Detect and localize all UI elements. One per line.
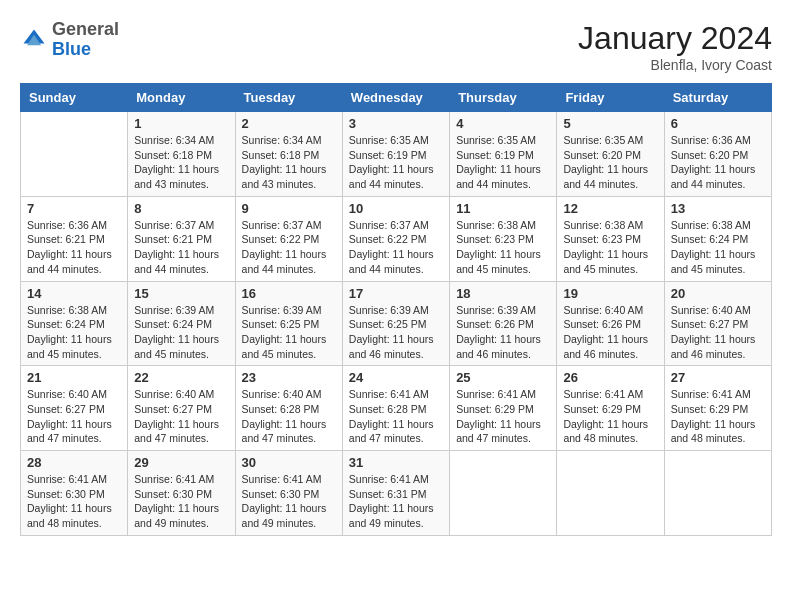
calendar-week-row: 28Sunrise: 6:41 AMSunset: 6:30 PMDayligh…: [21, 451, 772, 536]
day-number: 16: [242, 286, 336, 301]
day-info: Sunrise: 6:38 AMSunset: 6:24 PMDaylight:…: [671, 218, 765, 277]
calendar-cell: 17Sunrise: 6:39 AMSunset: 6:25 PMDayligh…: [342, 281, 449, 366]
day-info: Sunrise: 6:41 AMSunset: 6:30 PMDaylight:…: [134, 472, 228, 531]
day-info: Sunrise: 6:38 AMSunset: 6:23 PMDaylight:…: [563, 218, 657, 277]
calendar-cell: 21Sunrise: 6:40 AMSunset: 6:27 PMDayligh…: [21, 366, 128, 451]
column-header-wednesday: Wednesday: [342, 84, 449, 112]
day-info: Sunrise: 6:40 AMSunset: 6:26 PMDaylight:…: [563, 303, 657, 362]
day-number: 18: [456, 286, 550, 301]
calendar-cell: 16Sunrise: 6:39 AMSunset: 6:25 PMDayligh…: [235, 281, 342, 366]
calendar-cell: 28Sunrise: 6:41 AMSunset: 6:30 PMDayligh…: [21, 451, 128, 536]
calendar-cell: 7Sunrise: 6:36 AMSunset: 6:21 PMDaylight…: [21, 196, 128, 281]
day-info: Sunrise: 6:35 AMSunset: 6:19 PMDaylight:…: [349, 133, 443, 192]
day-number: 11: [456, 201, 550, 216]
day-number: 24: [349, 370, 443, 385]
calendar-cell: 3Sunrise: 6:35 AMSunset: 6:19 PMDaylight…: [342, 112, 449, 197]
column-header-monday: Monday: [128, 84, 235, 112]
day-info: Sunrise: 6:36 AMSunset: 6:20 PMDaylight:…: [671, 133, 765, 192]
calendar-cell: 20Sunrise: 6:40 AMSunset: 6:27 PMDayligh…: [664, 281, 771, 366]
day-number: 6: [671, 116, 765, 131]
logo-general-text: General: [52, 19, 119, 39]
day-number: 12: [563, 201, 657, 216]
calendar-cell: 23Sunrise: 6:40 AMSunset: 6:28 PMDayligh…: [235, 366, 342, 451]
calendar-cell: 30Sunrise: 6:41 AMSunset: 6:30 PMDayligh…: [235, 451, 342, 536]
day-number: 2: [242, 116, 336, 131]
day-info: Sunrise: 6:38 AMSunset: 6:24 PMDaylight:…: [27, 303, 121, 362]
day-number: 20: [671, 286, 765, 301]
day-number: 1: [134, 116, 228, 131]
day-info: Sunrise: 6:40 AMSunset: 6:27 PMDaylight:…: [27, 387, 121, 446]
logo: General Blue: [20, 20, 119, 60]
day-info: Sunrise: 6:35 AMSunset: 6:19 PMDaylight:…: [456, 133, 550, 192]
day-info: Sunrise: 6:34 AMSunset: 6:18 PMDaylight:…: [242, 133, 336, 192]
calendar-cell: 8Sunrise: 6:37 AMSunset: 6:21 PMDaylight…: [128, 196, 235, 281]
day-info: Sunrise: 6:40 AMSunset: 6:27 PMDaylight:…: [671, 303, 765, 362]
calendar-cell: 2Sunrise: 6:34 AMSunset: 6:18 PMDaylight…: [235, 112, 342, 197]
day-info: Sunrise: 6:41 AMSunset: 6:30 PMDaylight:…: [242, 472, 336, 531]
day-number: 21: [27, 370, 121, 385]
day-number: 7: [27, 201, 121, 216]
day-info: Sunrise: 6:36 AMSunset: 6:21 PMDaylight:…: [27, 218, 121, 277]
column-header-friday: Friday: [557, 84, 664, 112]
calendar-header-row: SundayMondayTuesdayWednesdayThursdayFrid…: [21, 84, 772, 112]
calendar-week-row: 14Sunrise: 6:38 AMSunset: 6:24 PMDayligh…: [21, 281, 772, 366]
page-header: General Blue January 2024 Blenfla, Ivory…: [20, 20, 772, 73]
calendar-cell: 22Sunrise: 6:40 AMSunset: 6:27 PMDayligh…: [128, 366, 235, 451]
calendar-cell: 26Sunrise: 6:41 AMSunset: 6:29 PMDayligh…: [557, 366, 664, 451]
day-number: 5: [563, 116, 657, 131]
day-number: 23: [242, 370, 336, 385]
calendar-cell: 1Sunrise: 6:34 AMSunset: 6:18 PMDaylight…: [128, 112, 235, 197]
calendar-week-row: 7Sunrise: 6:36 AMSunset: 6:21 PMDaylight…: [21, 196, 772, 281]
calendar-cell: 14Sunrise: 6:38 AMSunset: 6:24 PMDayligh…: [21, 281, 128, 366]
column-header-tuesday: Tuesday: [235, 84, 342, 112]
day-number: 8: [134, 201, 228, 216]
day-number: 14: [27, 286, 121, 301]
day-info: Sunrise: 6:39 AMSunset: 6:24 PMDaylight:…: [134, 303, 228, 362]
logo-icon: [20, 26, 48, 54]
day-info: Sunrise: 6:39 AMSunset: 6:25 PMDaylight:…: [349, 303, 443, 362]
day-info: Sunrise: 6:38 AMSunset: 6:23 PMDaylight:…: [456, 218, 550, 277]
calendar-cell: [21, 112, 128, 197]
day-number: 26: [563, 370, 657, 385]
day-number: 29: [134, 455, 228, 470]
day-info: Sunrise: 6:41 AMSunset: 6:29 PMDaylight:…: [456, 387, 550, 446]
calendar-cell: 13Sunrise: 6:38 AMSunset: 6:24 PMDayligh…: [664, 196, 771, 281]
day-number: 19: [563, 286, 657, 301]
calendar-week-row: 21Sunrise: 6:40 AMSunset: 6:27 PMDayligh…: [21, 366, 772, 451]
calendar-cell: 6Sunrise: 6:36 AMSunset: 6:20 PMDaylight…: [664, 112, 771, 197]
calendar-cell: 19Sunrise: 6:40 AMSunset: 6:26 PMDayligh…: [557, 281, 664, 366]
calendar-cell: 27Sunrise: 6:41 AMSunset: 6:29 PMDayligh…: [664, 366, 771, 451]
day-info: Sunrise: 6:37 AMSunset: 6:22 PMDaylight:…: [242, 218, 336, 277]
calendar-cell: 29Sunrise: 6:41 AMSunset: 6:30 PMDayligh…: [128, 451, 235, 536]
day-number: 3: [349, 116, 443, 131]
day-number: 28: [27, 455, 121, 470]
calendar-cell: 5Sunrise: 6:35 AMSunset: 6:20 PMDaylight…: [557, 112, 664, 197]
calendar-cell: 25Sunrise: 6:41 AMSunset: 6:29 PMDayligh…: [450, 366, 557, 451]
day-info: Sunrise: 6:34 AMSunset: 6:18 PMDaylight:…: [134, 133, 228, 192]
day-number: 15: [134, 286, 228, 301]
day-number: 17: [349, 286, 443, 301]
location-text: Blenfla, Ivory Coast: [578, 57, 772, 73]
column-header-sunday: Sunday: [21, 84, 128, 112]
day-info: Sunrise: 6:40 AMSunset: 6:27 PMDaylight:…: [134, 387, 228, 446]
calendar-cell: 10Sunrise: 6:37 AMSunset: 6:22 PMDayligh…: [342, 196, 449, 281]
day-number: 4: [456, 116, 550, 131]
calendar-table: SundayMondayTuesdayWednesdayThursdayFrid…: [20, 83, 772, 536]
day-number: 22: [134, 370, 228, 385]
calendar-cell: [450, 451, 557, 536]
column-header-saturday: Saturday: [664, 84, 771, 112]
month-year-title: January 2024: [578, 20, 772, 57]
day-info: Sunrise: 6:39 AMSunset: 6:26 PMDaylight:…: [456, 303, 550, 362]
day-number: 30: [242, 455, 336, 470]
day-info: Sunrise: 6:37 AMSunset: 6:22 PMDaylight:…: [349, 218, 443, 277]
calendar-cell: 9Sunrise: 6:37 AMSunset: 6:22 PMDaylight…: [235, 196, 342, 281]
calendar-cell: 4Sunrise: 6:35 AMSunset: 6:19 PMDaylight…: [450, 112, 557, 197]
calendar-week-row: 1Sunrise: 6:34 AMSunset: 6:18 PMDaylight…: [21, 112, 772, 197]
calendar-cell: 15Sunrise: 6:39 AMSunset: 6:24 PMDayligh…: [128, 281, 235, 366]
day-info: Sunrise: 6:41 AMSunset: 6:29 PMDaylight:…: [671, 387, 765, 446]
calendar-cell: 18Sunrise: 6:39 AMSunset: 6:26 PMDayligh…: [450, 281, 557, 366]
day-number: 25: [456, 370, 550, 385]
calendar-cell: 12Sunrise: 6:38 AMSunset: 6:23 PMDayligh…: [557, 196, 664, 281]
calendar-cell: [557, 451, 664, 536]
calendar-cell: 24Sunrise: 6:41 AMSunset: 6:28 PMDayligh…: [342, 366, 449, 451]
